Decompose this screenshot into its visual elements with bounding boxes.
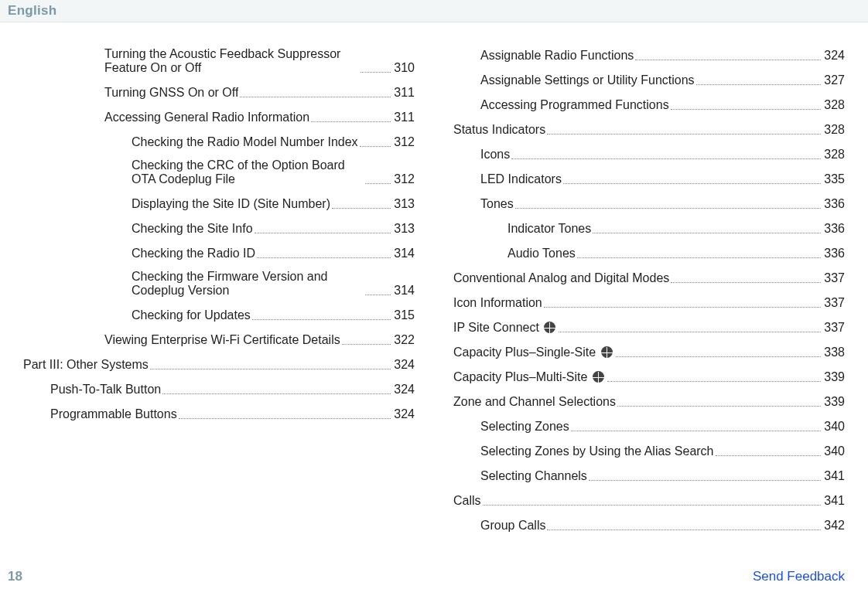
- toc-leader: [671, 97, 822, 110]
- toc-leader: [617, 393, 821, 407]
- toc-entry[interactable]: Calls341: [453, 492, 845, 508]
- toc-leader: [593, 220, 821, 233]
- toc-entry-title: Zone and Channel Selections: [453, 395, 616, 409]
- toc-entry-page: 327: [824, 73, 845, 87]
- toc-leader: [511, 146, 821, 159]
- toc-entry-page: 312: [394, 135, 415, 149]
- footer: 18 Send Feedback: [8, 569, 845, 584]
- toc-entry[interactable]: Checking the Radio ID314: [132, 245, 415, 260]
- globe-icon: [544, 322, 555, 333]
- toc-entry-title: Status Indicators: [453, 123, 545, 137]
- toc-entry[interactable]: LED Indicators335: [480, 171, 845, 186]
- toc-entry-page: 313: [394, 197, 415, 211]
- toc-entry-title: Programmable Buttons: [50, 407, 177, 421]
- toc-entry-page: 339: [824, 370, 845, 384]
- toc-leader: [365, 171, 391, 184]
- header-bar: English: [0, 0, 868, 22]
- toc-entry-page: 322: [394, 333, 415, 347]
- toc-entry[interactable]: Conventional Analog and Digital Modes337: [453, 270, 845, 285]
- toc-entry[interactable]: Checking the Site Info313: [132, 220, 415, 236]
- toc-entry-page: 328: [824, 123, 845, 137]
- toc-entry-title: Viewing Enterprise Wi-Fi Certificate Det…: [104, 333, 340, 347]
- toc-entry-title: Assignable Settings or Utility Functions: [480, 73, 695, 87]
- toc-entry-title: Selecting Zones: [480, 420, 569, 434]
- toc-leader: [559, 319, 821, 332]
- toc-entry-page: 337: [824, 321, 845, 335]
- toc-entry[interactable]: Indicator Tones336: [507, 220, 845, 236]
- globe-icon: [593, 371, 604, 383]
- toc-entry-page: 314: [394, 247, 415, 260]
- toc-entry[interactable]: Capacity Plus–Multi-Site 339: [453, 369, 845, 384]
- toc-leader: [365, 282, 391, 295]
- toc-entry[interactable]: Checking the Firmware Version and Codepl…: [132, 270, 415, 298]
- toc-entry[interactable]: Accessing Programmed Functions328: [480, 97, 845, 112]
- toc-entry[interactable]: Status Indicators328: [453, 121, 845, 137]
- toc-entry-title: Checking for Updates: [132, 308, 251, 322]
- toc-entry-title: Displaying the Site ID (Site Number): [132, 197, 330, 211]
- toc-entry-title: Assignable Radio Functions: [480, 49, 634, 63]
- toc-leader: [547, 517, 821, 530]
- toc-leader: [162, 381, 391, 394]
- toc-entry[interactable]: Accessing General Radio Information311: [104, 109, 415, 124]
- toc-leader: [342, 332, 391, 345]
- toc-entry[interactable]: Assignable Radio Functions324: [480, 47, 845, 63]
- toc-entry-page: 314: [394, 284, 415, 298]
- toc-entry[interactable]: Group Calls342: [480, 517, 845, 533]
- toc-entry[interactable]: Checking for Updates315: [132, 307, 415, 322]
- toc-entry[interactable]: Assignable Settings or Utility Functions…: [480, 72, 845, 87]
- toc-leader: [589, 468, 821, 481]
- toc-entry[interactable]: Selecting Zones340: [480, 418, 845, 434]
- toc-entry-page: 336: [824, 222, 845, 236]
- toc-entry-page: 341: [824, 494, 845, 508]
- toc-entry-title: Accessing Programmed Functions: [480, 98, 669, 112]
- toc-entry-page: 336: [824, 197, 845, 211]
- toc-entry-page: 324: [394, 407, 415, 421]
- toc-entry[interactable]: Icon Information337: [453, 294, 845, 310]
- toc-entry[interactable]: IP Site Connect 337: [453, 319, 845, 335]
- toc-leader: [150, 356, 391, 369]
- toc-leader: [547, 121, 821, 134]
- toc-leader: [563, 171, 821, 184]
- toc-entry-title: Accessing General Radio Information: [104, 111, 309, 124]
- toc-entry-page: 310: [394, 61, 415, 75]
- toc-leader: [483, 492, 822, 506]
- toc-entry[interactable]: Push-To-Talk Button324: [50, 381, 415, 397]
- toc-entry[interactable]: Checking the Radio Model Number Index312: [132, 134, 415, 149]
- toc-leader: [515, 196, 822, 209]
- toc-entry-title: Checking the Firmware Version and Codepl…: [132, 270, 364, 298]
- toc-entry[interactable]: Turning the Acoustic Feedback Suppressor…: [104, 47, 415, 75]
- toc-entry[interactable]: Tones336: [480, 196, 845, 211]
- toc-entry[interactable]: Programmable Buttons324: [50, 406, 415, 421]
- toc-entry-title: Part III: Other Systems: [23, 358, 149, 372]
- toc-entry-page: 328: [824, 148, 845, 162]
- page-number: 18: [8, 569, 22, 584]
- toc-entry[interactable]: Capacity Plus–Single-Site 338: [453, 344, 845, 359]
- toc-entry[interactable]: Zone and Channel Selections339: [453, 393, 845, 409]
- toc-entry-page: 340: [824, 444, 845, 458]
- toc-entry-page: 340: [824, 420, 845, 434]
- toc-entry-page: 311: [394, 86, 415, 100]
- toc-entry-title: Push-To-Talk Button: [50, 383, 161, 397]
- toc-entry[interactable]: Part III: Other Systems324: [23, 356, 415, 372]
- send-feedback-link[interactable]: Send Feedback: [753, 569, 845, 584]
- toc-entry-title: Icon Information: [453, 296, 542, 310]
- toc-entry-page: 324: [394, 358, 415, 372]
- toc-leader: [311, 109, 391, 122]
- toc-entry[interactable]: Selecting Zones by Using the Alias Searc…: [480, 443, 845, 458]
- toc-entry[interactable]: Displaying the Site ID (Site Number)313: [132, 196, 415, 211]
- toc-entry-page: 324: [394, 383, 415, 397]
- toc-entry-page: 339: [824, 395, 845, 409]
- toc-entry[interactable]: Viewing Enterprise Wi-Fi Certificate Det…: [104, 332, 415, 347]
- toc-entry[interactable]: Icons328: [480, 146, 845, 162]
- toc-entry[interactable]: Checking the CRC of the Option Board OTA…: [132, 158, 415, 186]
- toc-entry[interactable]: Turning GNSS On or Off311: [104, 84, 415, 100]
- toc-entry-page: 342: [824, 519, 845, 533]
- toc-entry-page: 335: [824, 172, 845, 186]
- toc-leader: [255, 220, 391, 233]
- toc-leader: [716, 443, 822, 456]
- toc-entry[interactable]: Selecting Channels341: [480, 468, 845, 483]
- toc-entry-title: Checking the Radio Model Number Index: [132, 135, 358, 149]
- toc-entry-page: 311: [394, 111, 415, 124]
- toc-entry-title: Turning GNSS On or Off: [104, 86, 238, 100]
- toc-entry[interactable]: Audio Tones336: [507, 245, 845, 260]
